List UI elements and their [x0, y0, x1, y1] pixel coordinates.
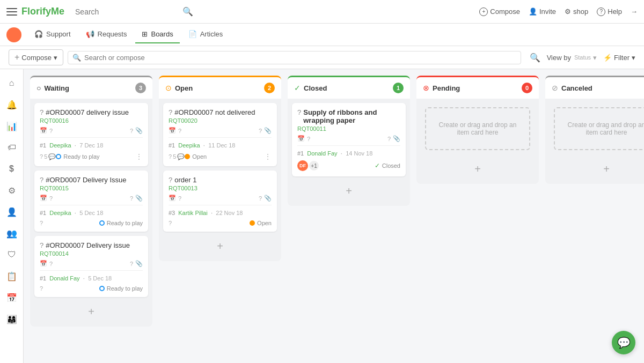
question-icon: ?: [40, 176, 43, 184]
card-meta: 📅 ? ? 📎: [297, 135, 400, 142]
subnav-support[interactable]: 🎧 Support: [28, 26, 77, 43]
board-area: ○ Waiting 3 ? #ORD00007 delivery issue R…: [24, 69, 644, 363]
card-footer: #1 Deepika · 7 Dec 18: [40, 141, 143, 149]
sidebar-contact[interactable]: 📋: [2, 266, 21, 286]
compose-button[interactable]: + Compose ▾: [9, 49, 63, 65]
pending-badge: 0: [522, 83, 532, 93]
card-title: #ORD00007 not delivered: [174, 108, 272, 116]
document-icon: 📄: [188, 30, 197, 38]
card-footer: #1 Deepika · 11 Dec 18: [169, 141, 272, 149]
chat-bubble[interactable]: 💬: [612, 331, 635, 354]
add-card-canceled[interactable]: +: [550, 159, 644, 180]
attachment-icon: 📎: [264, 195, 272, 202]
view-by-button[interactable]: View by Status ▾: [547, 54, 597, 62]
card-rqt00014[interactable]: ? #ORD00007 Delivery issue RQT00014 📅 ? …: [34, 236, 148, 297]
card-title: Supply of ribbons and wrapping paper: [303, 108, 400, 124]
search-toggle-icon[interactable]: 🔍: [530, 53, 540, 63]
sidebar-person[interactable]: 👤: [2, 202, 21, 221]
user-avatar[interactable]: [6, 27, 21, 42]
add-card-closed[interactable]: +: [292, 181, 406, 202]
open-icon: ⊙: [165, 84, 172, 92]
search-icon: 🔍: [72, 54, 81, 62]
calendar-icon: 📅: [40, 260, 47, 267]
help-button[interactable]: ? Help: [597, 8, 622, 16]
filter-button[interactable]: ⚡ Filter ▾: [603, 54, 635, 62]
card-footer: #3 Kartik Pillai · 22 Nov 18: [169, 209, 272, 217]
column-title-canceled: Canceled: [561, 84, 644, 92]
card-bottom: ? 5 💬 Ready to play ⋮: [40, 152, 143, 161]
sidebar-shield[interactable]: 🛡: [2, 245, 21, 264]
more-icon[interactable]: ⋮: [135, 152, 143, 161]
open-badge: 2: [264, 83, 275, 93]
sidebar-tag[interactable]: 🏷: [2, 138, 21, 157]
toolbar-search-input[interactable]: [84, 54, 516, 62]
card-id: RQT00011: [297, 125, 400, 132]
sidebar-dollar[interactable]: $: [2, 159, 21, 179]
card-rqt00020[interactable]: ? #ORD00007 not delivered RQT00020 📅 ? ?…: [163, 103, 277, 166]
sidebar-chart[interactable]: 📊: [2, 116, 21, 136]
question-icon: ?: [597, 8, 605, 16]
card-footer: #1 Donald Fay · 14 Nov 18: [297, 149, 400, 157]
sidebar-home[interactable]: ⌂: [2, 73, 21, 93]
subnav-boards[interactable]: ⊞ Boards: [135, 26, 179, 43]
column-header-waiting: ○ Waiting 3: [30, 76, 152, 99]
column-waiting: ○ Waiting 3 ? #ORD00007 delivery issue R…: [30, 76, 152, 327]
card-title: #ORD0007 Delivery Issue: [46, 176, 143, 184]
attachment-icon: 📎: [135, 195, 143, 202]
card-rqt00011[interactable]: ? Supply of ribbons and wrapping paper R…: [292, 103, 406, 176]
more-icon[interactable]: ⋮: [264, 152, 272, 161]
sidebar-calendar[interactable]: 📅: [2, 288, 21, 307]
toolbar-search-box[interactable]: 🔍: [68, 51, 521, 64]
sidebar-people[interactable]: 👥: [2, 224, 21, 243]
comment-icon: ? 5 💬: [169, 153, 185, 160]
card-bottom: ? Ready to play: [40, 285, 143, 292]
column-pending: ⊗ Pending 0 Create or drag and drop an i…: [416, 76, 539, 184]
closed-cards: ? Supply of ribbons and wrapping paper R…: [288, 99, 410, 206]
filter-chevron-icon: ▾: [632, 54, 635, 62]
column-header-open: ⊙ Open 2: [159, 76, 281, 99]
shop-button[interactable]: ⚙ shop: [565, 8, 588, 16]
hamburger-menu[interactable]: [6, 6, 17, 17]
person-plus-icon: 👤: [529, 8, 537, 16]
card-rqt00013[interactable]: ? order 1 RQT00013 📅 ? ? 📎 #3 Kartik: [163, 171, 277, 232]
status-dot: [185, 154, 190, 159]
canceled-drop-zone: Create or drag and drop an item card her…: [554, 107, 644, 150]
invite-button[interactable]: 👤 Invite: [529, 8, 556, 16]
status-dot: [99, 220, 105, 226]
waiting-icon: ○: [36, 84, 41, 92]
plus-badge: +1: [309, 161, 319, 171]
attachment-icon: 📎: [264, 127, 272, 134]
card-meta: 📅 ? ? 📎: [40, 127, 143, 134]
card-rqt00015[interactable]: ? #ORD0007 Delivery Issue RQT00015 📅 ? ?…: [34, 171, 148, 232]
logout-button[interactable]: →: [631, 8, 638, 16]
question-icon: ?: [169, 108, 172, 116]
column-title-open: Open: [175, 84, 261, 92]
search-icon: 🔍: [182, 6, 193, 17]
card-rqt00016[interactable]: ? #ORD00007 delivery issue RQT00016 📅 ? …: [34, 103, 148, 166]
add-card-open[interactable]: +: [163, 236, 277, 257]
card-bottom: ? Open: [169, 220, 272, 226]
card-footer: #1 Donald Fay · 5 Dec 18: [40, 274, 143, 282]
sidebar-bell[interactable]: 🔔: [2, 95, 21, 114]
subnav-articles[interactable]: 📄 Articles: [182, 26, 230, 43]
add-card-pending[interactable]: +: [421, 159, 535, 180]
status-dot: [250, 220, 255, 226]
card-meta: 📅 ? ? 📎: [169, 195, 272, 202]
sub-navigation: 🎧 Support 📢 Requests ⊞ Boards 📄 Articles: [0, 24, 644, 46]
column-title-pending: Pending: [433, 84, 518, 92]
sidebar-puzzle[interactable]: ⚙: [2, 181, 21, 200]
add-card-waiting[interactable]: +: [34, 301, 148, 322]
column-header-closed: ✓ Closed 1: [288, 76, 410, 99]
toolbar-right-actions: 🔍 View by Status ▾ ⚡ Filter ▾: [530, 53, 635, 63]
card-status: Open: [250, 220, 272, 226]
card-meta: 📅 ? ? 📎: [40, 260, 143, 267]
card-title: #ORD00007 delivery issue: [46, 108, 143, 116]
attachment-icon: 📎: [393, 135, 400, 142]
waiting-cards: ? #ORD00007 delivery issue RQT00016 📅 ? …: [30, 99, 152, 327]
compose-top-button[interactable]: + Compose: [479, 8, 520, 16]
top-actions-group: + Compose 👤 Invite ⚙ shop ? Help →: [479, 8, 638, 16]
sidebar-group[interactable]: 👨‍👩‍👧: [2, 309, 21, 329]
top-search-input[interactable]: [75, 8, 182, 16]
column-closed: ✓ Closed 1 ? Supply of ribbons and wrapp…: [288, 76, 410, 206]
subnav-requests[interactable]: 📢 Requests: [79, 26, 134, 43]
